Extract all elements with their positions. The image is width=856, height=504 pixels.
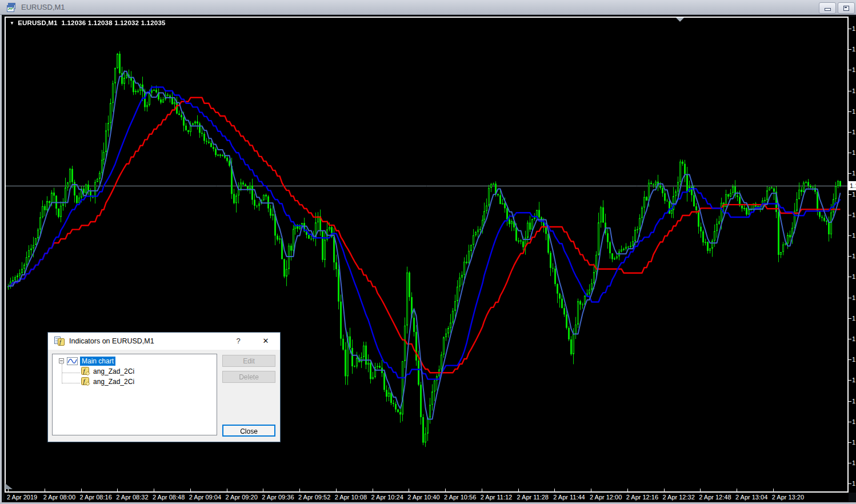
tree-collapse-icon[interactable] [59, 358, 64, 363]
dialog-close-x-button[interactable]: ✕ [256, 333, 275, 350]
price-axis-tick [849, 70, 851, 70]
price-axis-label: 1 [852, 87, 856, 95]
time-axis-label: 2 Apr 13:20 [772, 494, 804, 502]
time-axis-label: 2 Apr 08:48 [153, 494, 185, 502]
chart-window-icon [7, 3, 17, 12]
price-axis-label: 1 [852, 377, 856, 384]
window-titlebar[interactable]: EURUSD,M1 [0, 0, 856, 15]
price-axis-tick [849, 235, 851, 236]
time-axis-label: 2 Apr 10:40 [407, 494, 439, 502]
price-axis-tick [849, 298, 851, 298]
indicators-tree-list[interactable]: Main chart f ang_Zad_2Ci f ang_Zad_2Ci [52, 354, 217, 435]
price-axis-tick [849, 111, 851, 112]
indicator-fx-icon: f [81, 377, 90, 386]
metatrader-chart-window: EURUSD,M1 ▼EURUSD,M1 1.12036 1.12038 1.1… [0, 0, 856, 504]
tree-item-indicator-1[interactable]: f ang_Zad_2Ci [81, 366, 134, 376]
indicators-dialog: f Indicators on EURUSD,M1 ? ✕ Main chart [47, 332, 281, 442]
price-axis-tick [849, 463, 851, 463]
price-axis-label: 1 [852, 211, 856, 219]
tree-item-label: Main chart [80, 357, 115, 366]
price-axis-label: 1 [852, 273, 856, 281]
indicators-dialog-icon: f [54, 337, 65, 346]
time-axis-label: 2 Apr 10:24 [371, 494, 403, 502]
time-axis-label: 2 Apr 10:56 [444, 494, 476, 502]
time-axis-label: 2 Apr 10:08 [335, 494, 367, 502]
time-axis-label: 2 Apr 11:44 [553, 494, 585, 502]
price-axis-tick [849, 277, 851, 277]
price-axis-label: 1 [852, 191, 856, 198]
time-axis-label: 2 Apr 08:32 [116, 494, 148, 502]
quote-high: 1.12038 [88, 19, 113, 26]
time-axis-label: 2 Apr 12:16 [626, 494, 658, 502]
time-axis-label: 2 Apr 08:00 [43, 494, 75, 502]
price-axis-tick [849, 215, 851, 215]
price-axis-tick [849, 29, 851, 29]
price-axis-label: 1 [852, 46, 856, 53]
time-axis-label: 2 Apr 2019 [7, 494, 37, 502]
price-axis-label: 1 [852, 253, 856, 260]
price-axis-tick [849, 173, 851, 174]
main-chart-icon [67, 357, 78, 365]
window-frame-left [0, 15, 2, 504]
price-axis-label: 1 [852, 108, 856, 115]
time-axis-label: 2 Apr 11:28 [517, 494, 549, 502]
price-axis-label: 1 [852, 170, 856, 177]
delete-button[interactable]: Delete [222, 371, 275, 383]
chart-shift-marker-icon[interactable] [676, 18, 684, 22]
tree-item-label: ang_Zad_2Ci [93, 378, 134, 386]
tree-connector [62, 364, 62, 383]
tree-connector [62, 383, 80, 383]
indicator-fx-icon: f [81, 367, 90, 375]
chart-symbol-period: EURUSD,M1 [18, 19, 58, 26]
time-axis-label: 2 Apr 09:36 [262, 494, 294, 502]
quote-close: 1.12035 [141, 19, 166, 26]
price-axis[interactable]: 1.12035 11111111111111111111111 [849, 17, 856, 493]
price-axis-label: 1 [852, 398, 856, 405]
price-axis-tick [849, 442, 851, 443]
tree-item-main-chart[interactable]: Main chart [59, 356, 115, 366]
quote-low: 1.12032 [114, 19, 139, 26]
price-axis-tick [849, 359, 851, 360]
edit-button[interactable]: Edit [222, 355, 275, 367]
tree-item-label: ang_Zad_2Ci [93, 367, 134, 375]
price-axis-label: 1 [852, 480, 856, 487]
time-axis-label: 2 Apr 12:32 [663, 494, 695, 502]
price-axis-label: 1 [852, 25, 856, 33]
tree-item-indicator-2[interactable]: f ang_Zad_2Ci [81, 377, 134, 386]
price-axis-tick [849, 91, 851, 91]
chart-ohlc-header: ▼EURUSD,M1 1.12036 1.12038 1.12032 1.120… [10, 19, 166, 26]
price-axis-tick [849, 339, 851, 339]
time-axis-label: 2 Apr 11:12 [481, 494, 512, 502]
price-axis-label: 1 [852, 335, 856, 343]
time-axis-label: 2 Apr 12:48 [699, 494, 731, 502]
close-button[interactable]: Close [222, 425, 275, 437]
time-axis-label: 2 Apr 09:04 [189, 494, 221, 502]
price-axis-label: 1 [852, 459, 856, 467]
symbol-dropdown-icon[interactable]: ▼ [10, 21, 14, 26]
price-axis-tick [849, 49, 851, 50]
price-axis-tick [849, 256, 851, 257]
price-axis-label: 1 [852, 232, 856, 239]
restore-button[interactable] [838, 2, 855, 14]
price-axis-label: 1 [852, 129, 856, 136]
price-axis-label: 1 [852, 315, 856, 322]
price-axis-tick [849, 401, 851, 402]
dialog-title: Indicators on EURUSD,M1 [69, 337, 154, 345]
window-title: EURUSD,M1 [21, 3, 65, 11]
price-axis-tick [849, 318, 851, 319]
time-axis-label: 2 Apr 12:00 [590, 494, 622, 502]
minimize-button[interactable] [819, 2, 836, 14]
time-axis[interactable]: 2 Apr 20192 Apr 08:002 Apr 08:162 Apr 08… [5, 493, 849, 502]
price-axis-label: 1 [852, 66, 856, 74]
time-axis-label: 2 Apr 09:52 [298, 494, 330, 502]
price-axis-label: 1 [852, 294, 856, 302]
price-axis-label: 1 [852, 149, 856, 157]
dialog-titlebar[interactable]: f Indicators on EURUSD,M1 ? ✕ [48, 333, 280, 350]
dialog-help-button[interactable]: ? [230, 333, 247, 350]
restore-icon [843, 6, 849, 11]
price-axis-tick [849, 153, 851, 153]
price-axis-tick [849, 194, 851, 195]
time-axis-label: 2 Apr 08:16 [80, 494, 112, 502]
tree-connector [62, 373, 80, 373]
time-axis-label: 2 Apr 09:20 [226, 494, 258, 502]
